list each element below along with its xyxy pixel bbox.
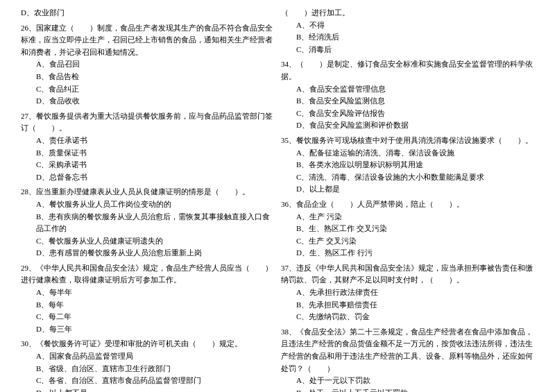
q34-option-b: B、食品安全风险监测信息 bbox=[296, 95, 534, 108]
question-28: 28、应当重新办理健康表从业人员从良健康证明的情形是（ ）。 A、餐饮服务从业人… bbox=[21, 186, 274, 259]
q34-option-a: A、食品安全监督管理信息 bbox=[296, 83, 534, 96]
d-option-26-text: D、农业部门 bbox=[21, 7, 274, 19]
q35-options: A、配备征途运输的清洗、消毒、保洁设备设施 B、各类水池应以明显标识标明其用途 … bbox=[281, 147, 534, 196]
q30-option-c: C、各省、自治区、直辖市食品药品监督管理部门 bbox=[36, 375, 274, 387]
q26-text: 26、国家建立（ ）制度，食品生产者发现其生产的食品不符合食品安全标准，应当立即… bbox=[21, 22, 274, 59]
question-36: 36、食品企业（ ）人员严禁带岗，陪止（ ）。 A、生产 污染 B、生、熟区工作… bbox=[281, 198, 534, 259]
q28-text: 28、应当重新办理健康表从业人员从良健康证明的情形是（ ）。 bbox=[21, 186, 274, 198]
q36-options: A、生产 污染 B、生、熟区工作 交叉污染 C、生产 交叉污染 D、生、熟区工作… bbox=[281, 211, 534, 259]
q36-option-c: C、生产 交叉污染 bbox=[296, 235, 534, 248]
question-29: 29、《中华人民共和国食品安全法》规定，食品生产经营人员应当（ ）进行健康检查，… bbox=[21, 262, 274, 336]
left-column: D、农业部门 26、国家建立（ ）制度，食品生产者发现其生产的食品不符合食品安全… bbox=[21, 7, 278, 392]
q35-option-b: B、各类水池应以明显标识标明其用途 bbox=[296, 159, 534, 171]
q27-text: 27、餐饮服务提供者为重大活动提供餐饮服务前，应与食品药品监管部门签订（ ）。 bbox=[21, 110, 274, 135]
q35-option-c: C、清洗、消毒、保洁设备设施的大小和数量能满足要求 bbox=[296, 171, 534, 184]
question-35: 35、餐饮服务许可现场核查中对于使用具消洗消毒保洁设施要求（ ）。 A、配备征途… bbox=[281, 135, 534, 196]
d-option-26: D、农业部门 bbox=[21, 7, 274, 19]
q38-options: A、处于一元以下罚款 B、处于一元以上五千元以下罚款 C、处五万元以上十五万元以… bbox=[281, 375, 534, 392]
q26-option-c: C、食品纠正 bbox=[36, 83, 274, 96]
q37-option-b: B、先承担民事赔偿责任 bbox=[296, 299, 534, 312]
q27-option-a: A、责任承诺书 bbox=[36, 135, 274, 147]
q33-option-b: B、经消洗后 bbox=[296, 31, 534, 44]
q30-option-a: A、国家食品药品监督管理局 bbox=[36, 350, 274, 363]
q26-options: A、食品召回 B、食品告检 C、食品纠正 D、食品收收 bbox=[21, 58, 274, 107]
q28-options: A、餐饮服务从业人员工作岗位变动的的 B、患有疾病的餐饮服务从业人员治愈后，需恢… bbox=[21, 198, 274, 259]
q37-options: A、先承担行政法律责任 B、先承担民事赔偿责任 C、先缴纳罚款、罚金 bbox=[281, 287, 534, 323]
q34-text: 34、（ ）是制定、修订食品安全标准和实施食品安全监督管理的科学依据。 bbox=[281, 58, 534, 83]
q27-option-b: B、质量保证书 bbox=[36, 147, 274, 160]
question-30: 30、《餐饮服务许可证》受理和审批的许可机关由（ ）规定。 A、国家食品药品监督… bbox=[21, 338, 274, 392]
q30-options: A、国家食品药品监督管理局 B、省级、自治区、直辖市卫生行政部门 C、各省、自治… bbox=[21, 350, 274, 392]
right-column: （ ）进行加工。 A、不得 B、经消洗后 C、消毒后 34、（ ）是制定、修订食… bbox=[278, 7, 534, 392]
q36-option-a: A、生产 污染 bbox=[296, 211, 534, 223]
q33-cont-options: A、不得 B、经消洗后 C、消毒后 bbox=[281, 19, 534, 56]
q27-option-c: C、采购承诺书 bbox=[36, 159, 274, 171]
question-33-cont: （ ）进行加工。 A、不得 B、经消洗后 C、消毒后 bbox=[281, 7, 534, 56]
q34-options: A、食品安全监督管理信息 B、食品安全风险监测信息 C、食品安全风险评估报告 D… bbox=[281, 83, 534, 132]
q26-option-d: D、食品收收 bbox=[36, 95, 274, 108]
q34-option-d: D、食品安全风险监测和评价数据 bbox=[296, 119, 534, 132]
q28-option-b: B、患有疾病的餐饮服务从业人员治愈后，需恢复其事接触直接入口食品工作的 bbox=[36, 211, 274, 235]
question-37: 37、违反《中华人民共和国食品安全法》规定，应当承担刑事被告责任和缴纳罚款、罚金… bbox=[281, 262, 534, 323]
q38-option-b: B、处于一元以上五千元以下罚款 bbox=[296, 387, 534, 392]
q37-option-a: A、先承担行政法律责任 bbox=[296, 287, 534, 299]
q27-options: A、责任承诺书 B、质量保证书 C、采购承诺书 D、总督备忘书 bbox=[21, 135, 274, 183]
question-27: 27、餐饮服务提供者为重大活动提供餐饮服务前，应与食品药品监管部门签订（ ）。 … bbox=[21, 110, 274, 184]
q33-cont-text: （ ）进行加工。 bbox=[281, 7, 534, 19]
q35-option-a: A、配备征途运输的清洗、消毒、保洁设备设施 bbox=[296, 147, 534, 160]
q29-option-b: B、每年 bbox=[36, 299, 274, 312]
q29-option-a: A、每半年 bbox=[36, 287, 274, 299]
question-34: 34、（ ）是制定、修订食品安全标准和实施食品安全监督管理的科学依据。 A、食品… bbox=[281, 58, 534, 132]
q38-option-a: A、处于一元以下罚款 bbox=[296, 375, 534, 387]
q33-option-c: C、消毒后 bbox=[296, 44, 534, 56]
q30-option-b: B、省级、自治区、直辖市卫生行政部门 bbox=[36, 363, 274, 375]
q27-option-d: D、总督备忘书 bbox=[36, 171, 274, 184]
q35-text: 35、餐饮服务许可现场核查中对于使用具消洗消毒保洁设施要求（ ）。 bbox=[281, 135, 534, 147]
q36-option-d: D、生、熟区工作 行污 bbox=[296, 247, 534, 259]
q35-option-d: D、以上都是 bbox=[296, 183, 534, 196]
q29-text: 29、《中华人民共和国食品安全法》规定，食品生产经营人员应当（ ）进行健康检查，… bbox=[21, 262, 274, 287]
q29-option-d: D、每三年 bbox=[36, 323, 274, 336]
q28-option-a: A、餐饮服务从业人员工作岗位变动的的 bbox=[36, 198, 274, 211]
q26-option-a: A、食品召回 bbox=[36, 58, 274, 71]
question-26: 26、国家建立（ ）制度，食品生产者发现其生产的食品不符合食品安全标准，应当立即… bbox=[21, 22, 274, 108]
q37-option-c: C、先缴纳罚款、罚金 bbox=[296, 311, 534, 323]
q33-option-a: A、不得 bbox=[296, 19, 534, 32]
q29-options: A、每半年 B、每年 C、每二年 D、每三年 bbox=[21, 287, 274, 335]
page-content: D、农业部门 26、国家建立（ ）制度，食品生产者发现其生产的食品不符合食品安全… bbox=[21, 7, 534, 392]
q30-text: 30、《餐饮服务许可证》受理和审批的许可机关由（ ）规定。 bbox=[21, 338, 274, 350]
q30-option-d: D、以上都不是 bbox=[36, 387, 274, 392]
q26-option-b: B、食品告检 bbox=[36, 71, 274, 83]
q28-option-c: C、餐饮服务从业人员健康证明遗失的 bbox=[36, 235, 274, 248]
q34-option-c: C、食品安全风险评估报告 bbox=[296, 108, 534, 120]
q36-option-b: B、生、熟区工作 交叉污染 bbox=[296, 223, 534, 235]
q29-option-c: C、每二年 bbox=[36, 311, 274, 323]
q28-option-d: D、患有感冒的餐饮服务从业人员治愈后重新上岗 bbox=[36, 247, 274, 259]
q36-text: 36、食品企业（ ）人员严禁带岗，陪止（ ）。 bbox=[281, 198, 534, 211]
q38-text: 38、《食品安全法》第二十三条规定，食品生产经营者在食品中添加食品，且违法生产经… bbox=[281, 326, 534, 375]
question-38: 38、《食品安全法》第二十三条规定，食品生产经营者在食品中添加食品，且违法生产经… bbox=[281, 326, 534, 392]
q37-text: 37、违反《中华人民共和国食品安全法》规定，应当承担刑事被告责任和缴纳罚款、罚金… bbox=[281, 262, 534, 287]
